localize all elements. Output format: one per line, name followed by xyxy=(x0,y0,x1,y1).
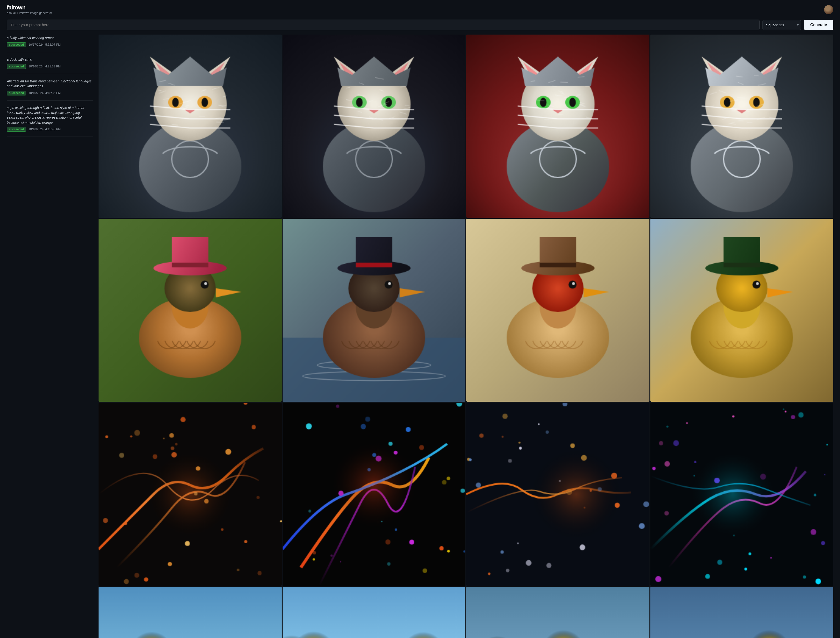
avatar[interactable] xyxy=(824,5,833,14)
image-cell-abstract-1[interactable] xyxy=(98,403,282,586)
aspect-ratio-select[interactable]: Square 1:1 Portrait 2:3 Landscape 3:2 Wi… xyxy=(763,20,801,30)
history-prompt-1: a fluffy white cat wearing armor xyxy=(7,35,93,40)
history-meta-4: succeeded 10/16/2024, 4:15:45 PM xyxy=(7,127,93,132)
history-meta-2: succeeded 10/16/2024, 4:21:33 PM xyxy=(7,64,93,69)
image-row-ducks xyxy=(98,219,833,402)
history-time-4: 10/16/2024, 4:15:45 PM xyxy=(28,128,61,131)
status-badge-3: succeeded xyxy=(7,90,26,95)
image-cell-abstract-4[interactable] xyxy=(651,403,834,586)
image-row-cats xyxy=(98,35,833,218)
image-cell-cat-3[interactable] xyxy=(466,35,649,218)
abstract-image-2 xyxy=(283,403,466,586)
image-section-ducks xyxy=(98,219,833,402)
image-cell-field-2[interactable] xyxy=(283,587,466,638)
cat-image-2 xyxy=(283,35,466,218)
cat-image-1 xyxy=(98,35,282,218)
image-cell-abstract-3[interactable] xyxy=(466,403,649,586)
image-section-cats xyxy=(98,35,833,218)
duck-image-2 xyxy=(283,219,466,402)
image-row-field xyxy=(98,587,833,638)
generate-button[interactable]: Generate xyxy=(804,20,833,30)
status-badge-1: succeeded xyxy=(7,42,26,47)
image-cell-field-3[interactable] xyxy=(466,587,649,638)
image-cell-cat-1[interactable] xyxy=(98,35,282,218)
history-item-1[interactable]: a fluffy white cat wearing armor succeed… xyxy=(7,35,93,52)
history-meta-1: succeeded 10/17/2024, 5:52:07 PM xyxy=(7,42,93,47)
status-badge-2: succeeded xyxy=(7,64,26,69)
history-time-1: 10/17/2024, 5:52:07 PM xyxy=(28,43,61,46)
duck-image-1 xyxy=(98,219,282,402)
image-cell-cat-2[interactable] xyxy=(283,35,466,218)
image-section-abstract xyxy=(98,403,833,586)
field-image-1 xyxy=(98,587,282,638)
image-cell-duck-3[interactable] xyxy=(466,219,649,402)
prompt-input[interactable] xyxy=(7,20,759,30)
image-grid-container xyxy=(98,35,833,638)
field-image-4 xyxy=(651,587,834,638)
image-cell-duck-4[interactable] xyxy=(651,219,834,402)
duck-image-4 xyxy=(651,219,834,402)
history-list: a fluffy white cat wearing armor succeed… xyxy=(7,35,98,638)
prompt-bar: Square 1:1 Portrait 2:3 Landscape 3:2 Wi… xyxy=(0,17,840,35)
history-item-2[interactable]: a duck with a hat succeeded 10/16/2024, … xyxy=(7,52,93,74)
image-cell-field-4[interactable] xyxy=(651,587,834,638)
history-prompt-3: Abstract art for translating between fun… xyxy=(7,79,93,89)
image-cell-duck-2[interactable] xyxy=(283,219,466,402)
history-item-3[interactable]: Abstract art for translating between fun… xyxy=(7,74,93,101)
image-row-abstract xyxy=(98,403,833,586)
image-cell-abstract-2[interactable] xyxy=(283,403,466,586)
history-item-4[interactable]: a girl walking through a field, in the s… xyxy=(7,101,93,137)
duck-image-3 xyxy=(466,219,649,402)
header: faltown a fal.ai + valtown image generat… xyxy=(0,0,840,17)
cat-image-4 xyxy=(651,35,834,218)
app-title: faltown xyxy=(7,4,52,11)
image-cell-duck-1[interactable] xyxy=(98,219,282,402)
field-image-3 xyxy=(466,587,649,638)
aspect-select-wrapper: Square 1:1 Portrait 2:3 Landscape 3:2 Wi… xyxy=(763,20,801,30)
history-time-2: 10/16/2024, 4:21:33 PM xyxy=(28,65,61,68)
history-prompt-2: a duck with a hat xyxy=(7,57,93,62)
cat-image-3 xyxy=(466,35,649,218)
history-time-3: 10/16/2024, 4:18:35 PM xyxy=(28,91,61,95)
main-content: a fluffy white cat wearing armor succeed… xyxy=(0,35,840,638)
image-section-field xyxy=(98,587,833,638)
header-left: faltown a fal.ai + valtown image generat… xyxy=(7,4,52,15)
image-cell-field-1[interactable] xyxy=(98,587,282,638)
abstract-image-1 xyxy=(98,403,282,586)
history-meta-3: succeeded 10/16/2024, 4:18:35 PM xyxy=(7,90,93,95)
avatar-image xyxy=(824,5,833,14)
abstract-image-4 xyxy=(651,403,834,586)
field-image-2 xyxy=(283,587,466,638)
abstract-image-3 xyxy=(466,403,649,586)
app-subtitle: a fal.ai + valtown image generator xyxy=(7,11,52,15)
image-cell-cat-4[interactable] xyxy=(651,35,834,218)
history-prompt-4: a girl walking through a field, in the s… xyxy=(7,105,93,125)
status-badge-4: succeeded xyxy=(7,127,26,132)
